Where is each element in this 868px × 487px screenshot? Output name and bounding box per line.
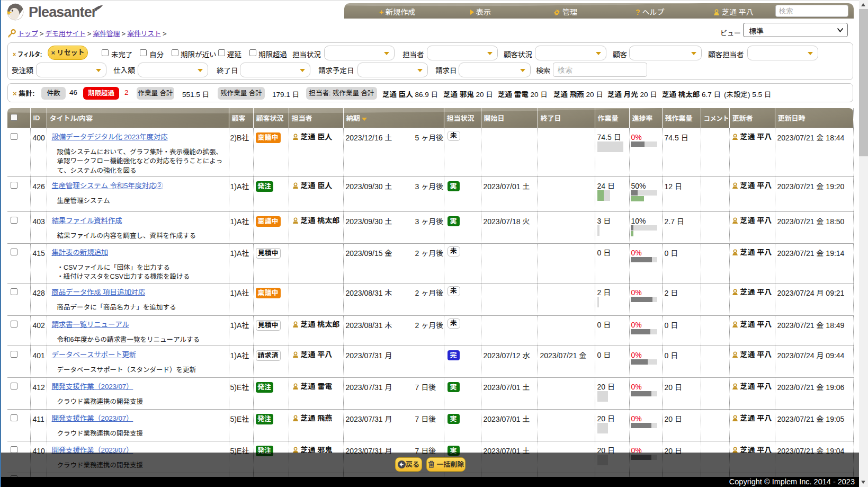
svg-text:Pleasanter: Pleasanter [29, 4, 97, 20]
